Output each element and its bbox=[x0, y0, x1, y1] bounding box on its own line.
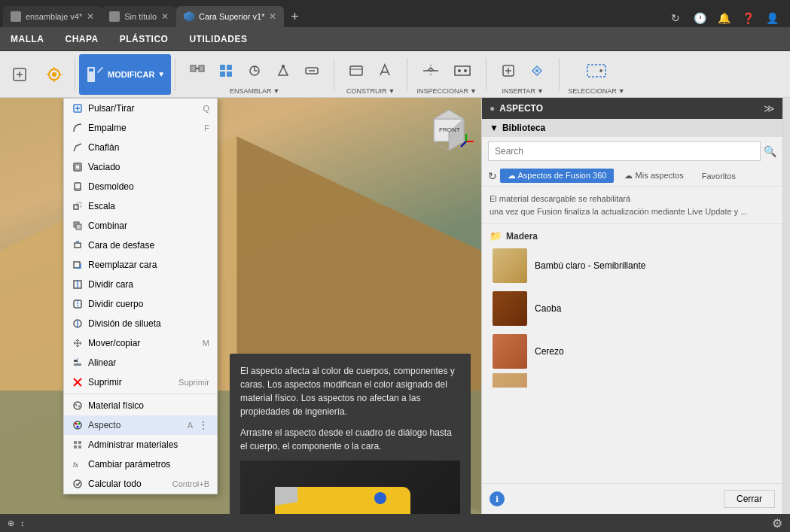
aspecto-more-icon[interactable]: ⋮ bbox=[197, 420, 209, 430]
tab-sintitulo[interactable]: Sin título ✕ bbox=[102, 6, 176, 27]
svg-rect-31 bbox=[76, 224, 81, 230]
inspeccionar-label[interactable]: INSPECCIONAR ▼ bbox=[417, 87, 477, 95]
nav-plastico[interactable]: PLÁSTICO bbox=[109, 27, 179, 51]
menu-item-calcular[interactable]: Calcular todo Control+B bbox=[64, 474, 217, 494]
panel-expand-button[interactable]: ≫ bbox=[764, 102, 775, 114]
clock-button[interactable]: 🕐 bbox=[691, 9, 709, 27]
menu-item-cara-desfase[interactable]: Cara de desfase bbox=[64, 236, 217, 255]
panel-scrollable[interactable]: 📁 Madera Bambú claro - Semibrillante Cao… bbox=[482, 224, 782, 483]
ensamblar-btn-5[interactable] bbox=[298, 54, 325, 87]
tab-close-ensamblaje[interactable]: ✕ bbox=[87, 11, 94, 22]
aspecto-icon bbox=[72, 419, 84, 431]
svg-marker-65 bbox=[434, 110, 464, 119]
browser-tab-bar: ensamblaje v4* ✕ Sin título ✕ Cara Super… bbox=[0, 0, 790, 27]
material-item-caoba[interactable]: Caoba bbox=[490, 287, 775, 330]
bottom-move-icon[interactable]: ⊕ bbox=[8, 518, 14, 528]
menu-label-parametros: Cambiar parámetros bbox=[88, 459, 205, 470]
tab-close-sintitulo[interactable]: ✕ bbox=[161, 11, 169, 22]
menu-item-material[interactable]: Material físico bbox=[64, 396, 217, 415]
ensamblar-btn-2[interactable] bbox=[212, 54, 239, 87]
biblioteca-label: Biblioteca bbox=[502, 123, 545, 133]
menu-shortcut-calcular: Control+B bbox=[172, 479, 209, 488]
material-item-extra[interactable] bbox=[490, 373, 775, 388]
construir-btn-1[interactable] bbox=[343, 54, 370, 87]
inspeccionar-btn-1[interactable] bbox=[416, 54, 446, 87]
tab-fusion360[interactable]: ☁ Aspectos de Fusion 360 bbox=[500, 169, 614, 183]
panel-title-text: ASPECTO bbox=[499, 103, 543, 114]
tab-close-carasuperior[interactable]: ✕ bbox=[269, 11, 276, 22]
ensamblar-btn-3[interactable] bbox=[241, 54, 268, 87]
bell-button[interactable]: 🔔 bbox=[715, 9, 733, 27]
menu-item-empalme[interactable]: Empalme F bbox=[64, 118, 217, 138]
seleccionar-btn-1[interactable] bbox=[580, 54, 613, 87]
menu-item-pulsar[interactable]: Pulsar/Tirar Q bbox=[64, 99, 217, 118]
menu-item-vaciado[interactable]: Vaciado bbox=[64, 157, 217, 177]
menu-item-suprimir[interactable]: Suprimir Suprimir bbox=[64, 372, 217, 392]
nav-chapa[interactable]: CHAPA bbox=[55, 27, 109, 51]
menu-item-parametros[interactable]: fx Cambiar parámetros bbox=[64, 454, 217, 474]
menu-item-chaflan[interactable]: Chaflán bbox=[64, 138, 217, 157]
construir-label[interactable]: CONSTRUIR ▼ bbox=[346, 87, 395, 95]
nav-utilidades[interactable]: UTILIDADES bbox=[178, 27, 258, 51]
menu-item-escala[interactable]: Escala bbox=[64, 196, 217, 216]
inspeccionar-btn-2[interactable] bbox=[447, 54, 477, 87]
nav-malla[interactable]: MALLA bbox=[0, 27, 55, 51]
help-button[interactable]: ❓ bbox=[739, 9, 757, 27]
refresh-icon[interactable]: ↻ bbox=[488, 170, 497, 182]
info-icon[interactable]: ℹ bbox=[490, 491, 505, 506]
toolbar-btn-2[interactable] bbox=[38, 54, 71, 95]
refresh-tab-button[interactable]: ↻ bbox=[666, 9, 685, 27]
tab-favoritos[interactable]: Favoritos bbox=[694, 169, 743, 183]
scroll-track[interactable] bbox=[782, 98, 790, 514]
menu-label-vaciado: Vaciado bbox=[88, 162, 205, 172]
toolbar-group-ensamblar: ENSAMBLAR ▼ bbox=[179, 54, 330, 95]
menu-item-dividir-cuerpo[interactable]: Dividir cuerpo bbox=[64, 294, 217, 314]
menu-item-division-silueta[interactable]: División de silueta bbox=[64, 314, 217, 333]
navigation-cube[interactable]: FRONT bbox=[422, 104, 475, 157]
menu-label-alinear: Alinear bbox=[88, 357, 205, 368]
combinar-icon bbox=[72, 220, 84, 232]
ensamblar-btn-4[interactable] bbox=[270, 54, 297, 87]
toolbar-btn-1[interactable] bbox=[3, 54, 36, 95]
menu-label-empalme: Empalme bbox=[88, 123, 200, 133]
tab-ensamblaje[interactable]: ensamblaje v4* ✕ bbox=[3, 6, 102, 27]
insertar-label[interactable]: INSERTAR ▼ bbox=[502, 87, 544, 95]
svg-point-13 bbox=[282, 65, 285, 68]
modify-button[interactable]: MODIFICAR ▼ bbox=[79, 54, 171, 95]
material-item-cerezo[interactable]: Cerezo bbox=[490, 330, 775, 373]
mover-icon bbox=[72, 337, 84, 349]
menu-item-alinear[interactable]: Alinear bbox=[64, 353, 217, 372]
close-button[interactable]: Cerrar bbox=[724, 490, 775, 508]
new-tab-button[interactable]: + bbox=[284, 6, 305, 27]
bottom-arrow-icon[interactable]: ↕ bbox=[20, 518, 25, 528]
ensamblar-btn-1[interactable] bbox=[184, 54, 211, 87]
menu-item-dividir-cara[interactable]: Dividir cara bbox=[64, 275, 217, 294]
menu-item-combinar[interactable]: Combinar bbox=[64, 216, 217, 236]
svg-rect-7 bbox=[199, 65, 204, 71]
tab-carasuperior[interactable]: Cara Superior v1* ✕ bbox=[176, 6, 284, 27]
seleccionar-label[interactable]: SELECCIONAR ▼ bbox=[568, 87, 624, 95]
pulsar-icon bbox=[72, 102, 84, 114]
menu-item-reemplazar-cara[interactable]: Reemplazar cara bbox=[64, 255, 217, 275]
construir-btn-2[interactable] bbox=[371, 54, 398, 87]
menu-item-desmoldeo[interactable]: Desmoldeo bbox=[64, 177, 217, 196]
search-icon[interactable]: 🔍 bbox=[764, 145, 776, 157]
material-item-bambu[interactable]: Bambú claro - Semibrillante bbox=[490, 245, 775, 287]
tab-mis-aspectos[interactable]: ☁ Mis aspectos bbox=[617, 169, 691, 183]
menu-item-mover[interactable]: Mover/copiar M bbox=[64, 333, 217, 353]
menu-label-aspecto: Aspecto bbox=[88, 420, 183, 430]
ensamblar-label[interactable]: ENSAMBLAR ▼ bbox=[230, 87, 279, 95]
search-input[interactable] bbox=[488, 141, 761, 161]
alinear-icon bbox=[72, 357, 84, 369]
menu-separator-1 bbox=[64, 394, 217, 394]
insertar-btn-2[interactable] bbox=[523, 54, 551, 87]
material-name-caoba: Caoba bbox=[535, 303, 561, 314]
menu-item-administrar[interactable]: Administrar materiales bbox=[64, 435, 217, 454]
profile-button[interactable]: 👤 bbox=[763, 9, 781, 27]
insertar-btn-1[interactable] bbox=[495, 54, 522, 87]
settings-icon[interactable]: ⚙ bbox=[772, 516, 782, 530]
menu-item-aspecto[interactable]: Aspecto A ⋮ bbox=[64, 415, 217, 435]
biblioteca-section-header[interactable]: ▼ Biblioteca bbox=[482, 119, 782, 137]
svg-rect-40 bbox=[74, 360, 78, 362]
material-category-madera[interactable]: 📁 Madera bbox=[490, 227, 775, 245]
